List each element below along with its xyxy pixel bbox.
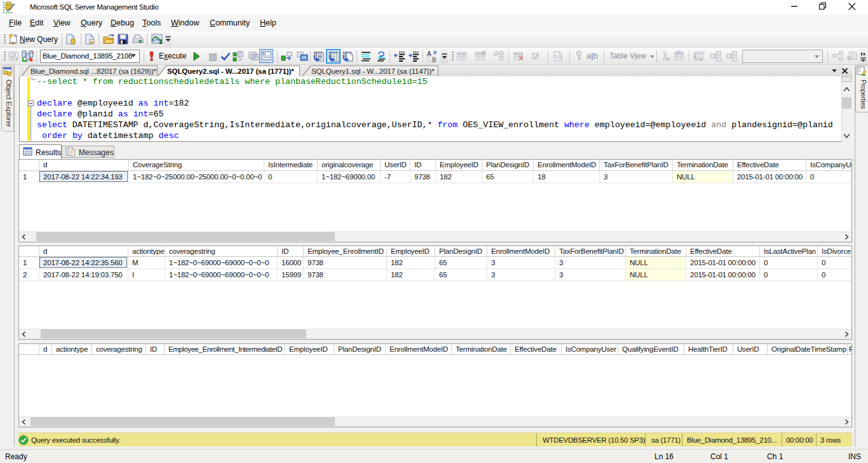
svg-text:A: A bbox=[427, 50, 431, 57]
svg-text:Aa: Aa bbox=[663, 55, 670, 62]
svg-text:B: B bbox=[432, 57, 437, 63]
svg-text:SQL: SQL bbox=[555, 55, 563, 60]
